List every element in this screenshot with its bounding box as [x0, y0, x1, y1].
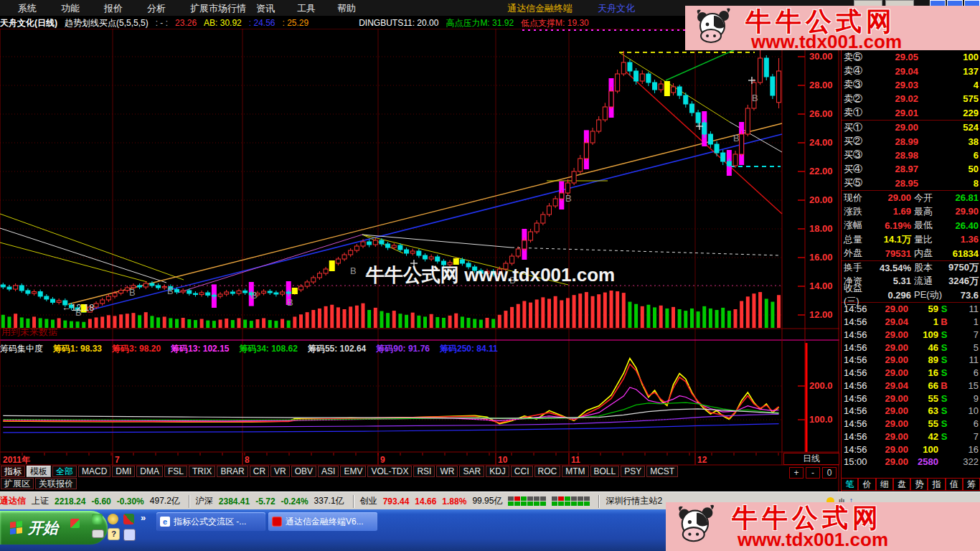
menu-item-工具[interactable]: 工具 [297, 2, 316, 15]
menu-item-扩展市场行情[interactable]: 扩展市场行情 [190, 2, 246, 15]
highlight-box [329, 260, 335, 271]
quicklaunch-chevron[interactable]: » [141, 512, 146, 523]
volume-bar [659, 306, 663, 328]
indicator-value: : - : [156, 18, 168, 28]
menu-item-报价[interactable]: 报价 [104, 2, 123, 15]
ask-level-row[interactable]: 卖④29.04137 [842, 64, 980, 77]
level-price: 28.98 [874, 150, 918, 161]
zoom-button--[interactable]: - [806, 467, 820, 479]
quote-tab-价[interactable]: 价 [858, 478, 875, 491]
indicator-tab-PSY[interactable]: PSY [621, 466, 645, 477]
volume-bar [634, 304, 638, 328]
index-quote-item: 793.44 [383, 496, 410, 507]
tick-row: 14:5629.0063S10 [842, 405, 980, 418]
volume-bar [281, 319, 284, 328]
bid-level-row[interactable]: 买⑤28.958 [842, 176, 980, 190]
indicator-tab-MACD[interactable]: MACD [78, 466, 110, 477]
zoom-button-+[interactable]: + [789, 467, 804, 479]
quicklaunch-icon-2[interactable] [108, 514, 118, 524]
indicator-tab-EMV[interactable]: EMV [340, 466, 366, 477]
indicator-tab-KDJ[interactable]: KDJ [486, 466, 509, 477]
menu-item-分析[interactable]: 分析 [147, 2, 166, 15]
candlestick-chart[interactable]: BBBBBBBBBB←12.18牛牛公式网 www.tdx001.com用到未来… [0, 0, 839, 492]
level-volume: 38 [918, 136, 979, 147]
quote-tab-值[interactable]: 值 [946, 478, 963, 491]
ask-level-row[interactable]: 卖⑤29.05100 [842, 50, 980, 64]
bid-level-row[interactable]: 买①29.00524 [842, 121, 980, 134]
level-label: 卖① [844, 106, 874, 119]
trend-line [512, 248, 781, 255]
tab-扩展区[interactable]: 扩展区 [1, 478, 34, 489]
ask-level-row[interactable]: 卖②29.02575 [842, 92, 980, 105]
candle-up [609, 91, 613, 107]
period-label[interactable]: 日线 [783, 453, 839, 465]
help-tray-icon[interactable]: ? [108, 528, 120, 540]
menu-item-资讯[interactable]: 资讯 [256, 2, 275, 15]
tick-row: 14:5629.0089S11 [842, 354, 980, 367]
zoom-button-0[interactable]: 0 [822, 467, 837, 479]
quicklaunch-icon-1[interactable] [92, 514, 103, 524]
volume-bar [175, 319, 179, 328]
indicator-tab-FSL[interactable]: FSL [164, 466, 187, 477]
indicator-tab-ASI[interactable]: ASI [318, 466, 339, 477]
desktop-app-icon[interactable] [70, 519, 80, 528]
keyboard-tray-icon[interactable] [92, 529, 104, 538]
candle-up [565, 183, 570, 193]
restore-window-icon[interactable] [123, 529, 136, 541]
volume-bar [498, 315, 501, 328]
quote-tab-筹[interactable]: 筹 [963, 478, 980, 491]
volume-bar [287, 321, 291, 328]
indicator-tab-TRIX[interactable]: TRIX [189, 466, 215, 477]
quote-tab-笔[interactable]: 笔 [841, 478, 858, 491]
quicklaunch-icon-3[interactable] [123, 514, 134, 524]
quote-tab-盘[interactable]: 盘 [893, 478, 910, 491]
volume-bar [70, 321, 73, 328]
indicator-tab-BOLL[interactable]: BOLL [590, 466, 620, 477]
indicator-tab-全部[interactable]: 全部 [52, 466, 77, 477]
indicator-tab-RSI[interactable]: RSI [413, 466, 435, 477]
indicator-tab-ROC[interactable]: ROC [534, 466, 561, 477]
menu-item-系统[interactable]: 系统 [18, 2, 37, 15]
quote-tab-指[interactable]: 指 [928, 478, 945, 491]
indicator-tab-BRAR[interactable]: BRAR [217, 466, 248, 477]
tab-模板[interactable]: 模板 [27, 466, 51, 477]
volume-bar [758, 292, 762, 328]
bid-level-row[interactable]: 买④28.9750 [842, 162, 980, 176]
server-name[interactable]: 深圳行情主站2 [606, 495, 662, 507]
b-signal-label: B [287, 297, 293, 308]
level-label: 卖⑤ [844, 51, 874, 64]
candle-up [218, 294, 222, 296]
bid-level-row[interactable]: 买②28.9938 [842, 134, 980, 148]
indicator-tab-OBV[interactable]: OBV [291, 466, 316, 477]
menu-item-帮助[interactable]: 帮助 [337, 2, 356, 15]
candle-down [721, 153, 725, 161]
indicator-tab-DMA[interactable]: DMA [136, 466, 163, 477]
indicator-tab-VR[interactable]: VR [270, 466, 290, 477]
bottom-ad-banner[interactable]: 牛牛公式网 www.tdx001.com [666, 502, 980, 551]
ask-level-row[interactable]: 卖①29.01229 [842, 106, 980, 120]
bid-level-row[interactable]: 买③28.986 [842, 149, 980, 162]
indicator-tab-CCI[interactable]: CCI [511, 466, 533, 477]
level-volume: 6 [918, 150, 979, 161]
indicator-tab-CR[interactable]: CR [250, 466, 269, 477]
price-axis-label: 16.00 [809, 252, 833, 263]
indicator-tab-WR[interactable]: WR [436, 466, 458, 477]
indicator-axis-label: 200.0 [809, 380, 833, 391]
ask-level-row[interactable]: 卖③29.034 [842, 78, 980, 92]
quote-tab-细[interactable]: 细 [876, 478, 893, 491]
indicator-tab-SAR[interactable]: SAR [459, 466, 484, 477]
volume-bar [362, 303, 365, 328]
top-ad-banner[interactable]: 牛牛公式网 www.tdx001.com [685, 6, 980, 50]
tab-关联报价[interactable]: 关联报价 [35, 478, 77, 489]
quote-tab-势[interactable]: 势 [910, 478, 928, 491]
candle-up [305, 282, 309, 286]
chip-value: 筹码1: 98.33 [53, 344, 102, 354]
indicator-tab-DMI[interactable]: DMI [112, 466, 135, 477]
menu-item-功能[interactable]: 功能 [61, 2, 80, 15]
indicator-tab-MCST[interactable]: MCST [646, 466, 678, 477]
indicator-tab-VOL-TDX[interactable]: VOL-TDX [367, 466, 412, 477]
taskbar-button-browser[interactable]: e指标公式交流区 -... [156, 512, 265, 531]
tab-指标[interactable]: 指标 [1, 466, 25, 477]
indicator-tab-MTM[interactable]: MTM [562, 466, 588, 477]
taskbar-button-tdx[interactable]: 通达信金融终端V6... [268, 512, 377, 531]
